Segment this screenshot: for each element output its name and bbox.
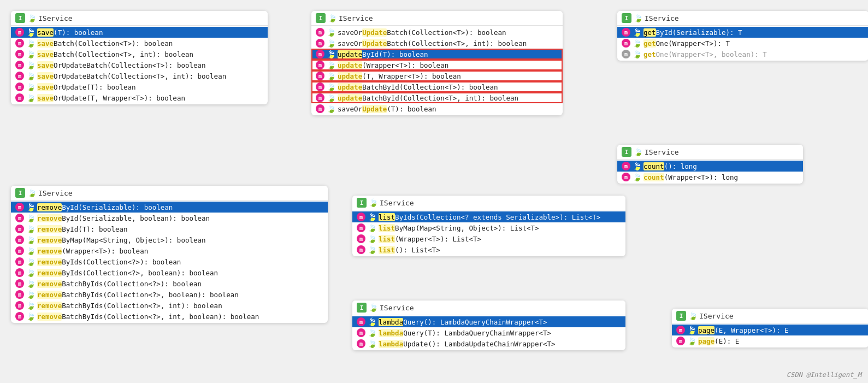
method-badge: m — [15, 83, 24, 91]
method-leaf-icon: 🍃 — [327, 39, 335, 48]
method-text: removeBatchByIds(Collection<?>): boolean — [37, 280, 202, 288]
table-row: m🍃listByMap(Map<String, Object>): List<T… — [352, 222, 625, 233]
method-text: removeBatchByIds(Collection<?>, int): bo… — [37, 302, 222, 310]
method-text: lambdaQuery(): LambdaQueryChainWrapper<T… — [379, 318, 547, 326]
method-text: count(): long — [643, 162, 697, 170]
method-badge: m — [622, 173, 630, 181]
table-row: m🍃updateBatchById(Collection<T>, int): b… — [311, 92, 563, 103]
table-row: m🍃getOne(Wrapper<T>): T — [617, 38, 868, 49]
table-row: m🍃saveOrUpdate(T): boolean — [311, 103, 563, 114]
method-leaf-icon: 🍃 — [327, 72, 335, 80]
card-header: I🍃IService — [352, 300, 625, 315]
table-row: m🍃removeByIds(Collection<?>): boolean — [11, 256, 328, 267]
table-row: m🍃removeByMap(Map<String, Object>): bool… — [11, 234, 328, 245]
method-leaf-icon: 🍃 — [26, 246, 35, 255]
table-row: m🍃removeById(T): boolean — [11, 223, 328, 234]
method-leaf-icon: 🍃 — [633, 50, 641, 58]
card-title: IService — [645, 148, 679, 156]
method-leaf-icon: 🍃 — [327, 28, 335, 37]
table-row: m🍃saveOrUpdate(T): boolean — [11, 81, 268, 92]
method-badge: m — [622, 28, 630, 37]
table-row: m🍃removeBatchByIds(Collection<?>, boolea… — [11, 289, 328, 300]
method-leaf-icon: 🍃 — [327, 83, 335, 91]
method-leaf-icon: 🍃 — [687, 326, 696, 334]
method-leaf-icon: 🍃 — [26, 290, 35, 299]
method-leaf-icon: 🍃 — [368, 317, 376, 326]
method-leaf-icon: 🍃 — [368, 213, 376, 221]
table-row: m🍃update(T, Wrapper<T>): boolean — [311, 70, 563, 81]
card-rows: m🍃removeById(Serializable): booleanm🍃rem… — [11, 201, 328, 323]
method-text: saveOrUpdate(T, Wrapper<T>): boolean — [37, 94, 185, 102]
method-leaf-icon: 🍃 — [633, 162, 641, 170]
method-badge: m — [676, 326, 685, 334]
method-text: saveBatch(Collection<T>): boolean — [37, 39, 173, 48]
method-badge: m — [15, 312, 24, 321]
watermark: CSDN @Intelligent_M — [787, 371, 861, 379]
method-text: updateBatchById(Collection<T>, int): boo… — [338, 94, 518, 102]
method-text: removeByIds(Collection<?>): boolean — [37, 258, 181, 266]
card-rows: m🍃save(T): booleanm🍃saveBatch(Collection… — [11, 26, 268, 104]
leaf-icon: 🍃 — [328, 14, 336, 22]
method-leaf-icon: 🍃 — [368, 328, 376, 337]
method-leaf-icon: 🍃 — [633, 28, 641, 37]
method-badge: m — [622, 162, 630, 170]
interface-badge: I — [15, 13, 25, 23]
card-rows: m🍃saveOrUpdateBatch(Collection<T>): bool… — [311, 26, 563, 115]
card-rows: m🍃listByIds(Collection<? extends Seriali… — [352, 210, 625, 256]
table-row: m🍃removeBatchByIds(Collection<?>): boole… — [11, 278, 328, 289]
method-badge: m — [15, 39, 24, 48]
method-leaf-icon: 🍃 — [368, 339, 376, 348]
card-header: I🍃IService — [352, 196, 625, 210]
card-count: I🍃IServicem🍃count(): longm🍃count(Wrapper… — [617, 145, 803, 184]
method-text: saveOrUpdateBatch(Collection<T>): boolea… — [37, 61, 206, 69]
method-leaf-icon: 🍃 — [26, 39, 35, 48]
table-row: m🍃lambdaQuery(T): LambdaQueryChainWrappe… — [352, 327, 625, 338]
method-text: save(T): boolean — [37, 28, 103, 37]
card-rows: m🍃lambdaQuery(): LambdaQueryChainWrapper… — [352, 315, 625, 350]
method-badge: m — [316, 83, 324, 91]
table-row: m🍃list(Wrapper<T>): List<T> — [352, 233, 625, 244]
method-leaf-icon: 🍃 — [633, 173, 641, 181]
table-row: m🍃count(): long — [617, 161, 803, 172]
method-text: lambdaUpdate(): LambdaUpdateChainWrapper… — [379, 340, 556, 348]
method-text: removeById(Serializable, boolean): boole… — [37, 214, 210, 222]
table-row: m🍃saveOrUpdateBatch(Collection<T>, int):… — [311, 38, 563, 49]
interface-badge: I — [622, 147, 631, 157]
method-badge: m — [15, 246, 24, 255]
method-badge: m — [15, 214, 24, 222]
card-page: I🍃IServicem🍃page(E, Wrapper<T>): Em🍃page… — [672, 309, 868, 347]
table-row: m🍃saveOrUpdateBatch(Collection<T>): bool… — [11, 60, 268, 70]
method-leaf-icon: 🍃 — [327, 50, 335, 58]
table-row: m🍃getById(Serializable): T — [617, 27, 868, 38]
method-text: lambdaQuery(T): LambdaQueryChainWrapper<… — [379, 329, 551, 337]
method-badge: m — [316, 93, 324, 102]
method-leaf-icon: 🍃 — [26, 93, 35, 102]
method-badge: m — [15, 235, 24, 244]
method-text: update(T, Wrapper<T>): boolean — [338, 72, 461, 80]
method-badge: m — [676, 337, 685, 345]
method-leaf-icon: 🍃 — [327, 93, 335, 102]
method-badge: m — [357, 234, 365, 243]
card-getbyid: I🍃IServicem🍃getById(Serializable): Tm🍃ge… — [617, 11, 868, 61]
card-header: I🍃IService — [311, 11, 563, 26]
method-text: removeBatchByIds(Collection<?>, int, boo… — [37, 313, 259, 321]
method-leaf-icon: 🍃 — [26, 203, 35, 211]
card-title: IService — [380, 199, 414, 207]
method-leaf-icon: 🍃 — [368, 223, 376, 232]
method-badge: m — [15, 301, 24, 310]
leaf-icon: 🍃 — [369, 303, 377, 312]
table-row: m🍃count(Wrapper<T>): long — [617, 172, 803, 182]
method-leaf-icon: 🍃 — [633, 39, 641, 48]
method-badge: m — [357, 223, 365, 232]
method-badge: m — [357, 245, 365, 254]
method-text: saveOrUpdateBatch(Collection<T>, int): b… — [37, 72, 226, 80]
table-row: m🍃lambdaQuery(): LambdaQueryChainWrapper… — [352, 316, 625, 327]
method-text: removeBatchByIds(Collection<?>, boolean)… — [37, 291, 239, 299]
method-badge: m — [357, 339, 365, 348]
method-leaf-icon: 🍃 — [26, 61, 35, 69]
method-text: list(Wrapper<T>): List<T> — [379, 235, 481, 243]
method-badge: m — [316, 39, 324, 48]
interface-badge: I — [676, 311, 686, 321]
card-title: IService — [699, 312, 734, 320]
method-leaf-icon: 🍃 — [26, 312, 35, 321]
